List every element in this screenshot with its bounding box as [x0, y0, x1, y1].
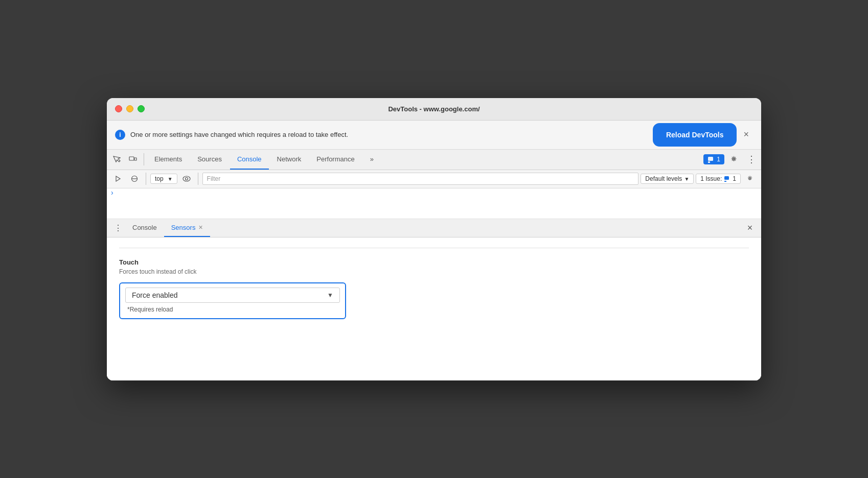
eye-button[interactable]	[179, 172, 194, 186]
touch-select[interactable]: Force enabled ▼	[125, 288, 340, 303]
default-levels-arrow: ▼	[684, 176, 689, 182]
tab-more-button[interactable]: »	[363, 149, 381, 170]
title-bar: DevTools - www.google.com/	[107, 98, 761, 121]
svg-point-8	[185, 178, 188, 180]
console-settings-button[interactable]	[743, 172, 757, 186]
reload-devtools-button[interactable]: Reload DevTools	[655, 126, 735, 144]
device-toggle-button[interactable]	[125, 152, 141, 167]
settings-button[interactable]	[726, 152, 742, 167]
issues-count-badge[interactable]: 1 Issue: 1	[696, 174, 741, 184]
info-icon: i	[115, 130, 125, 140]
console-content: ›	[107, 188, 761, 219]
tab-console[interactable]: Console	[230, 149, 269, 170]
traffic-lights	[115, 105, 145, 112]
svg-rect-10	[724, 181, 726, 182]
svg-rect-3	[708, 161, 710, 163]
close-traffic-light[interactable]	[115, 105, 122, 112]
tab-network[interactable]: Network	[270, 149, 309, 170]
requires-reload-text: *Requires reload	[125, 306, 340, 313]
bottom-panel: ⋮ Console Sensors × × Touch Forces touch…	[107, 219, 761, 380]
tab-console-bottom[interactable]: Console	[125, 219, 164, 237]
tab-sources[interactable]: Sources	[190, 149, 229, 170]
tab-sensors[interactable]: Sensors ×	[164, 219, 210, 237]
bottom-tab-bar: ⋮ Console Sensors × ×	[107, 219, 761, 237]
tab-elements[interactable]: Elements	[147, 149, 189, 170]
touch-subtitle: Forces touch instead of click	[119, 268, 749, 275]
console-toolbar-divider-2	[198, 173, 198, 185]
devtools-window: DevTools - www.google.com/ i One or more…	[107, 98, 761, 380]
notification-left: i One or more settings have changed whic…	[115, 130, 348, 140]
touch-dropdown-wrapper: Force enabled ▼ *Requires reload	[119, 282, 346, 319]
window-title: DevTools - www.google.com/	[388, 105, 479, 113]
inspect-element-button[interactable]	[109, 152, 124, 167]
notification-bar: i One or more settings have changed whic…	[107, 121, 761, 150]
clear-console-button[interactable]	[127, 172, 142, 186]
svg-point-7	[183, 176, 190, 181]
notification-close-button[interactable]: ×	[739, 129, 753, 140]
default-levels-button[interactable]: Default levels ▼	[641, 174, 694, 184]
issues-badge[interactable]: 1	[703, 154, 724, 164]
top-selector[interactable]: top ▼	[150, 174, 177, 184]
toolbar-divider-1	[144, 153, 144, 165]
svg-rect-0	[129, 157, 134, 160]
top-selector-arrow: ▼	[168, 176, 173, 182]
devtools-toolbar: Elements Sources Console Network Perform…	[107, 150, 761, 170]
svg-rect-1	[134, 158, 136, 160]
filter-input[interactable]	[202, 173, 639, 185]
tab-performance[interactable]: Performance	[309, 149, 361, 170]
sensors-content: Touch Forces touch instead of click Forc…	[107, 237, 761, 380]
toolbar-right: 1 ⋮	[703, 152, 759, 167]
run-script-button[interactable]	[111, 172, 125, 186]
console-toolbar: top ▼ Default levels ▼ 1 Issue: 1	[107, 170, 761, 188]
minimize-traffic-light[interactable]	[126, 105, 133, 112]
sensors-divider	[119, 248, 749, 248]
more-options-button[interactable]: ⋮	[744, 152, 759, 167]
blue-chevron: ›	[107, 188, 761, 197]
touch-select-value: Force enabled	[132, 291, 178, 299]
svg-marker-4	[116, 176, 120, 181]
bottom-panel-close-button[interactable]: ×	[743, 221, 757, 235]
touch-section: Touch Forces touch instead of click Forc…	[119, 258, 749, 319]
sensors-tab-close[interactable]: ×	[198, 224, 202, 231]
notification-message: One or more settings have changed which …	[130, 131, 348, 138]
touch-select-arrow: ▼	[327, 292, 333, 299]
bottom-tab-menu-button[interactable]: ⋮	[111, 221, 125, 235]
svg-rect-2	[708, 157, 713, 161]
maximize-traffic-light[interactable]	[138, 105, 145, 112]
console-toolbar-divider	[146, 173, 146, 185]
svg-rect-9	[724, 176, 729, 180]
touch-title: Touch	[119, 258, 749, 266]
